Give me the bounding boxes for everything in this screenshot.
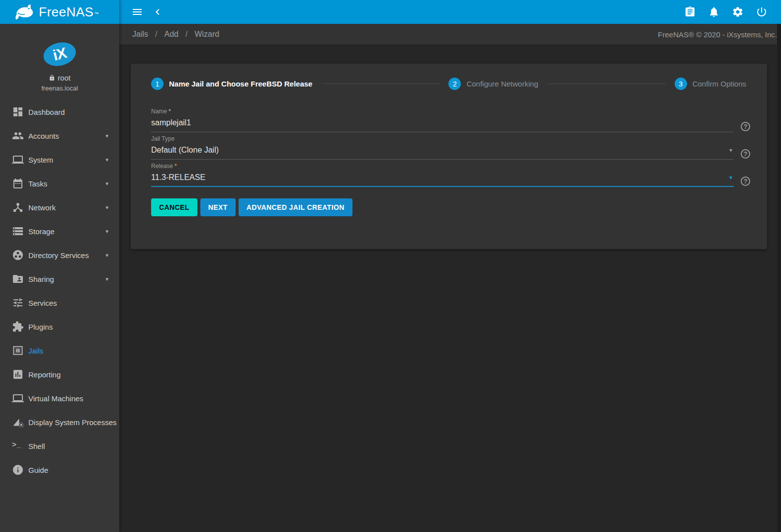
- sidebar-item-sharing[interactable]: Sharing ▾: [0, 267, 119, 291]
- brand-name: FreeNAS: [39, 4, 93, 20]
- power-icon[interactable]: [756, 6, 768, 18]
- sidebar-item-tasks[interactable]: Tasks ▾: [0, 172, 119, 195]
- breadcrumb-bar: Jails / Add / Wizard FreeNAS® © 2020 - i…: [119, 24, 781, 45]
- jails-icon: [12, 345, 24, 356]
- sidebar-item-plugins[interactable]: Plugins: [0, 315, 119, 339]
- required-asterisk: *: [174, 163, 177, 170]
- settings-gear-icon[interactable]: [732, 6, 744, 18]
- sidebar-item-label: Shell: [28, 442, 108, 450]
- scrollbar-track[interactable]: [777, 24, 781, 532]
- sidebar-item-shell[interactable]: >_ Shell: [0, 434, 119, 458]
- tasks-clipboard-icon[interactable]: [684, 6, 696, 18]
- chevron-down-icon: ▾: [105, 157, 108, 163]
- release-field-label: Release*: [151, 163, 734, 170]
- storage-icon: [12, 225, 24, 237]
- sidebar-nav: Dashboard Accounts ▾ System ▾ Tasks ▾ Ne…: [0, 100, 119, 482]
- help-icon[interactable]: ?: [741, 122, 750, 131]
- sidebar-item-guide[interactable]: Guide: [0, 458, 119, 482]
- sidebar-item-jails[interactable]: Jails: [0, 339, 119, 362]
- chevron-down-icon: ▾: [105, 276, 108, 282]
- notifications-bell-icon[interactable]: [708, 6, 720, 18]
- shell-terminal-icon: >_: [12, 440, 24, 452]
- app-root: FreeNAS ™ iX root freenas.local Dashboar…: [0, 0, 781, 532]
- wizard-buttons: CANCEL NEXT ADVANCED JAIL CREATION: [131, 198, 767, 216]
- sidebar-item-network[interactable]: Network ▾: [0, 195, 119, 219]
- release-field-value[interactable]: 11.3-RELEASE: [151, 173, 205, 182]
- advanced-jail-creation-button[interactable]: ADVANCED JAIL CREATION: [239, 198, 352, 216]
- release-field[interactable]: Release* 11.3-RELEASE ▾ ?: [151, 163, 734, 187]
- sharing-folder-icon: [12, 273, 24, 285]
- sidebar-item-label: Sharing: [28, 275, 102, 283]
- cancel-button[interactable]: CANCEL: [151, 198, 197, 216]
- breadcrumb-add[interactable]: Add: [164, 30, 178, 39]
- step-3-circle: 3: [675, 78, 687, 90]
- virtual-machines-laptop-icon: [12, 392, 24, 404]
- system-laptop-icon: [12, 154, 24, 166]
- user-name: root: [58, 74, 71, 82]
- step-1-circle: 1: [151, 78, 164, 90]
- sidebar-item-label: Virtual Machines: [28, 394, 108, 403]
- ix-logo-text: iX: [51, 44, 68, 64]
- accounts-people-icon: [12, 130, 24, 142]
- wizard-stepper: 1 Name Jail and Choose FreeBSD Release 2…: [131, 64, 767, 90]
- sidebar-item-directory-services[interactable]: Directory Services ▾: [0, 243, 119, 267]
- dashboard-icon: [12, 106, 24, 118]
- user-block: iX root freenas.local: [0, 24, 119, 92]
- menu-icon[interactable]: [131, 6, 143, 18]
- select-dropdown-icon[interactable]: ▾: [729, 147, 732, 154]
- sidebar-item-label: Dashboard: [28, 108, 108, 116]
- sidebar-item-storage[interactable]: Storage ▾: [0, 219, 119, 243]
- system-processes-icon: [12, 416, 24, 428]
- sidebar-item-accounts[interactable]: Accounts ▾: [0, 124, 119, 148]
- topbar: [119, 0, 781, 24]
- sidebar-item-label: Plugins: [28, 323, 108, 331]
- sidebar-item-system[interactable]: System ▾: [0, 148, 119, 172]
- sidebar-item-label: Jails: [28, 347, 108, 355]
- sidebar-item-dashboard[interactable]: Dashboard: [0, 100, 119, 124]
- topbar-left: [131, 6, 164, 18]
- sidebar-item-label: Accounts: [28, 132, 102, 140]
- step-1-label: Name Jail and Choose FreeBSD Release: [169, 80, 312, 88]
- chevron-down-icon: ▾: [105, 252, 108, 259]
- step-3[interactable]: 3 Confirm Options: [675, 78, 746, 90]
- select-dropdown-icon[interactable]: ▾: [729, 174, 732, 181]
- name-field-value[interactable]: samplejail1: [151, 118, 191, 127]
- tasks-calendar-icon: [12, 177, 24, 189]
- sidebar-item-label: Network: [28, 203, 102, 212]
- lock-icon: [49, 75, 55, 81]
- breadcrumb-separator: /: [155, 30, 157, 39]
- sidebar-item-reporting[interactable]: Reporting: [0, 362, 119, 386]
- sidebar-item-label: Reporting: [28, 370, 108, 379]
- step-1[interactable]: 1 Name Jail and Choose FreeBSD Release: [151, 78, 312, 90]
- services-tune-icon: [12, 297, 24, 309]
- wizard-card: 1 Name Jail and Choose FreeBSD Release 2…: [131, 64, 767, 249]
- brand-header: FreeNAS ™: [0, 0, 119, 24]
- sidebar-item-services[interactable]: Services: [0, 291, 119, 315]
- name-field-label: Name*: [151, 108, 734, 115]
- topbar-right: [684, 6, 768, 18]
- chevron-down-icon: ▾: [105, 204, 108, 211]
- breadcrumb-jails[interactable]: Jails: [132, 30, 148, 39]
- help-icon[interactable]: ?: [741, 149, 750, 159]
- user-name-row: root: [0, 74, 119, 82]
- jail-type-field[interactable]: Jail Type Default (Clone Jail) ▾ ?: [151, 135, 734, 160]
- name-field[interactable]: Name* samplejail1 ?: [151, 108, 734, 132]
- breadcrumb-wizard[interactable]: Wizard: [194, 30, 219, 39]
- jail-type-field-label: Jail Type: [151, 135, 734, 142]
- copyright-text: FreeNAS® © 2020 - iXsystems, Inc.: [658, 30, 777, 39]
- jail-type-field-value[interactable]: Default (Clone Jail): [151, 146, 219, 155]
- sidebar-item-display-system-processes[interactable]: Display System Processes: [0, 410, 119, 434]
- step-3-label: Confirm Options: [693, 80, 746, 88]
- content-area: 1 Name Jail and Choose FreeBSD Release 2…: [119, 45, 781, 532]
- ix-logo: iX: [41, 39, 78, 70]
- sidebar-item-label: Services: [28, 299, 108, 307]
- sidebar-item-virtual-machines[interactable]: Virtual Machines: [0, 386, 119, 410]
- guide-info-icon: [12, 464, 24, 476]
- back-chevron-icon[interactable]: [152, 6, 164, 18]
- step-2[interactable]: 2 Configure Networking: [448, 78, 538, 90]
- next-button[interactable]: NEXT: [200, 198, 236, 216]
- breadcrumb: Jails / Add / Wizard: [132, 30, 219, 39]
- help-icon[interactable]: ?: [741, 177, 750, 186]
- step-2-circle: 2: [448, 78, 461, 90]
- reporting-chart-icon: [12, 368, 24, 380]
